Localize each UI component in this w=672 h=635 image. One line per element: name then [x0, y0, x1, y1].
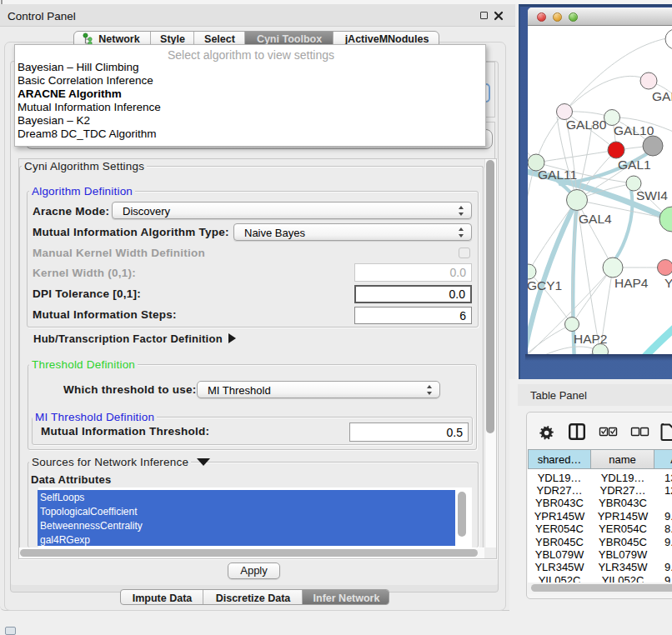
- svg-text:GCY1: GCY1: [528, 278, 562, 292]
- svg-text:HAP4: HAP4: [614, 276, 649, 290]
- svg-text:GAL1: GAL1: [618, 158, 651, 172]
- svg-text:HAP2: HAP2: [574, 332, 608, 346]
- svg-text:GAL80: GAL80: [566, 118, 607, 132]
- svg-text:GAL: GAL: [652, 89, 672, 103]
- svg-text:GAL10: GAL10: [614, 123, 654, 138]
- svg-text:GAL4: GAL4: [579, 212, 612, 226]
- svg-text:Y: Y: [664, 276, 672, 290]
- svg-text:GAL11: GAL11: [538, 168, 577, 182]
- svg-text:SWI4: SWI4: [636, 188, 668, 202]
